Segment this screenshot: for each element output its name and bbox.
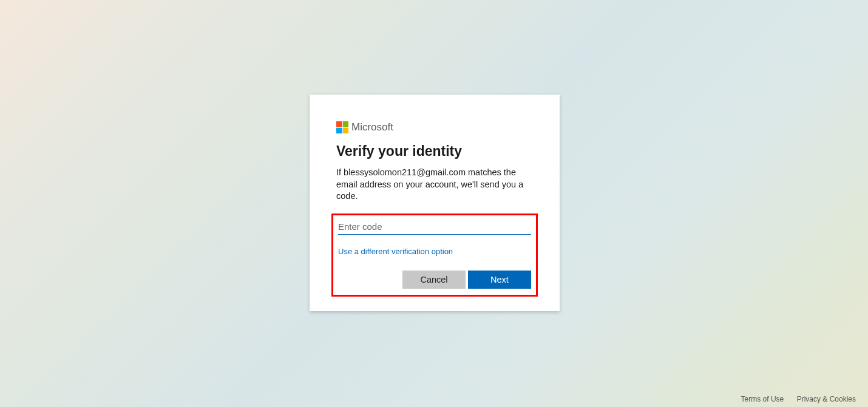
highlighted-region: Use a different verification option Canc… <box>331 214 538 297</box>
verify-description: If blessysolomon211@gmail.com matches th… <box>336 167 533 203</box>
brand-name: Microsoft <box>351 121 393 133</box>
privacy-cookies-link[interactable]: Privacy & Cookies <box>797 395 856 403</box>
code-input[interactable] <box>338 219 531 235</box>
cancel-button[interactable]: Cancel <box>402 271 466 289</box>
page-title: Verify your identity <box>336 143 533 160</box>
terms-of-use-link[interactable]: Terms of Use <box>741 395 784 403</box>
microsoft-logo-icon <box>336 121 348 133</box>
next-button[interactable]: Next <box>468 271 531 289</box>
brand-row: Microsoft <box>336 121 533 133</box>
footer-links: Terms of Use Privacy & Cookies <box>730 395 856 403</box>
different-verification-link[interactable]: Use a different verification option <box>338 247 531 256</box>
button-row: Cancel Next <box>338 271 531 289</box>
verify-identity-card: Microsoft Verify your identity If blessy… <box>310 95 560 311</box>
